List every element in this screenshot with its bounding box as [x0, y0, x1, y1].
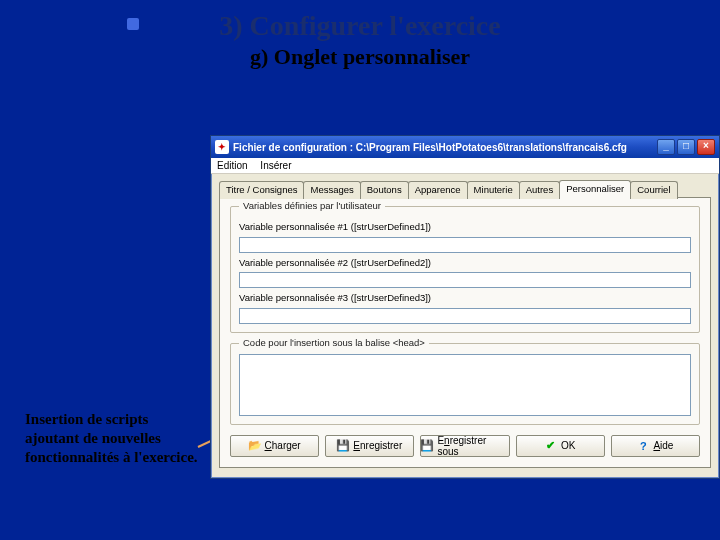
label-var1: Variable personnalisée #1 ([strUserDefin…: [239, 221, 691, 232]
group-user-vars-legend: Variables définies par l'utilisateur: [239, 200, 385, 211]
tab-boutons[interactable]: Boutons: [360, 181, 409, 199]
input-var1[interactable]: [239, 237, 691, 253]
slide-subtitle: g) Onglet personnaliser: [0, 44, 720, 70]
client-area: Titre / Consignes Messages Boutons Appar…: [211, 174, 719, 478]
app-icon: ✦: [215, 140, 229, 154]
maximize-button[interactable]: □: [677, 139, 695, 155]
save-button[interactable]: 💾 Enregistrer: [325, 435, 414, 457]
label-var2: Variable personnalisée #2 ([strUserDefin…: [239, 257, 691, 268]
tab-personnaliser[interactable]: Personnaliser: [559, 180, 631, 198]
question-icon: ?: [637, 440, 649, 452]
floppy-icon: 💾: [337, 440, 349, 452]
load-button[interactable]: 📂 Charger: [230, 435, 319, 457]
input-var3[interactable]: [239, 308, 691, 324]
menubar: Edition Insérer: [211, 158, 719, 174]
minimize-button[interactable]: _: [657, 139, 675, 155]
help-button-label: Aide: [653, 440, 673, 451]
check-icon: ✔: [545, 440, 557, 452]
tab-titre-consignes[interactable]: Titre / Consignes: [219, 181, 304, 199]
help-button[interactable]: ? Aide: [611, 435, 700, 457]
floppy-icon: 💾: [421, 440, 433, 452]
save-button-label: Enregistrer: [353, 440, 402, 451]
close-button[interactable]: ×: [697, 139, 715, 155]
button-bar: 📂 Charger 💾 Enregistrer 💾 Enregistrer so…: [230, 435, 700, 457]
folder-open-icon: 📂: [249, 440, 261, 452]
tab-apparence[interactable]: Apparence: [408, 181, 468, 199]
tab-strip: Titre / Consignes Messages Boutons Appar…: [219, 180, 711, 198]
slide-caption: Insertion de scripts ajoutant de nouvell…: [25, 410, 200, 466]
window-title: Fichier de configuration : C:\Program Fi…: [233, 142, 657, 153]
tab-minuterie[interactable]: Minuterie: [467, 181, 520, 199]
menu-edition[interactable]: Edition: [217, 160, 248, 171]
group-head-legend: Code pour l'insertion sous la balise <he…: [239, 337, 429, 348]
slide-title: 3) Configurer l'exercice: [0, 10, 720, 42]
titlebar[interactable]: ✦ Fichier de configuration : C:\Program …: [211, 136, 719, 158]
ok-button[interactable]: ✔ OK: [516, 435, 605, 457]
input-var2[interactable]: [239, 272, 691, 288]
group-head-code: Code pour l'insertion sous la balise <he…: [230, 343, 700, 425]
menu-inserer[interactable]: Insérer: [260, 160, 291, 171]
saveas-button[interactable]: 💾 Enregistrer sous: [420, 435, 509, 457]
tab-messages[interactable]: Messages: [303, 181, 360, 199]
ok-button-label: OK: [561, 440, 575, 451]
load-button-label: Charger: [265, 440, 301, 451]
tab-autres[interactable]: Autres: [519, 181, 560, 199]
slide-bullet: [127, 18, 139, 30]
tab-courriel[interactable]: Courriel: [630, 181, 677, 199]
config-window: ✦ Fichier de configuration : C:\Program …: [210, 135, 720, 479]
saveas-button-label: Enregistrer sous: [437, 435, 508, 457]
textarea-head-code[interactable]: [239, 354, 691, 416]
tab-panel-personnaliser: Variables définies par l'utilisateur Var…: [219, 197, 711, 468]
group-user-vars: Variables définies par l'utilisateur Var…: [230, 206, 700, 333]
label-var3: Variable personnalisée #3 ([strUserDefin…: [239, 292, 691, 303]
